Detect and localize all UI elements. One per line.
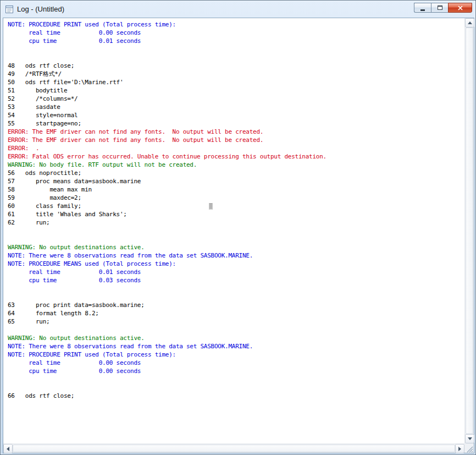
- window-controls: [414, 3, 472, 13]
- log-line: 53 sasdate: [8, 103, 464, 111]
- close-icon: [458, 6, 463, 10]
- vertical-scrollbar[interactable]: [464, 18, 474, 443]
- log-line: WARNING: No output destinations active.: [8, 243, 464, 251]
- log-window: Log - (Untitled) NOTE: PROCEDURE PRINT u…: [0, 0, 476, 455]
- log-line: ERROR: The EMF driver can not find any f…: [8, 136, 464, 144]
- text-caret: [209, 203, 213, 210]
- log-line: real time 0.00 seconds: [8, 359, 464, 367]
- log-line: 61 title 'Whales and Sharks';: [8, 210, 464, 218]
- scroll-up-button[interactable]: [465, 18, 474, 28]
- log-line: 58 mean max min: [8, 185, 464, 194]
- log-line: [8, 284, 464, 293]
- close-button[interactable]: [448, 3, 472, 13]
- titlebar[interactable]: Log - (Untitled): [1, 1, 475, 18]
- log-line: [8, 235, 464, 243]
- scrollbar-corner: [464, 443, 474, 453]
- log-line: WARNING: No output destinations active.: [8, 334, 464, 342]
- restore-button[interactable]: [431, 3, 448, 13]
- scroll-right-button[interactable]: [455, 444, 464, 453]
- log-line: WARNING: No body file. RTF output will n…: [8, 161, 464, 169]
- log-line: cpu time 0.03 seconds: [8, 276, 464, 284]
- log-line: 54 style=normal: [8, 111, 464, 119]
- log-line: [8, 53, 464, 62]
- log-line: [8, 227, 464, 235]
- log-line: real time 0.01 seconds: [8, 268, 464, 276]
- log-line: [8, 45, 464, 53]
- log-line: 57 proc means data=sasbook.marine: [8, 177, 464, 185]
- log-line: [8, 326, 464, 334]
- log-line: 66 ods rtf close;: [8, 392, 464, 400]
- log-line: 52 /*columns=*/: [8, 95, 464, 103]
- horizontal-scroll-thumb[interactable]: [13, 445, 455, 452]
- log-document-icon: [5, 5, 14, 14]
- minimize-icon: [420, 9, 425, 11]
- log-line: 49 /*RTF格式*/: [8, 70, 464, 78]
- log-line: 62 run;: [8, 218, 464, 227]
- log-line: [8, 383, 464, 392]
- log-line: ERROR: Fatal ODS error has occurred. Una…: [8, 152, 464, 161]
- log-line: cpu time 0.01 seconds: [8, 37, 464, 45]
- log-line: 64 format length 8.2;: [8, 309, 464, 317]
- log-line: 56 ods noproctitle;: [8, 169, 464, 177]
- log-lines: NOTE: PROCEDURE PRINT used (Total proces…: [3, 18, 464, 400]
- log-line: real time 0.00 seconds: [8, 29, 464, 37]
- horizontal-scrollbar[interactable]: [3, 443, 464, 453]
- window-title: Log - (Untitled): [17, 5, 64, 13]
- arrow-left-icon: [7, 447, 9, 451]
- log-line: 65 run;: [8, 317, 464, 326]
- log-line: 63 proc print data=sasbook.marine;: [8, 301, 464, 309]
- scroll-left-button[interactable]: [3, 444, 13, 453]
- log-line: ERROR: The EMF driver can not find any f…: [8, 128, 464, 136]
- log-line: 51 bodytitle: [8, 86, 464, 95]
- vertical-scroll-thumb[interactable]: [466, 28, 473, 434]
- log-line: [8, 293, 464, 301]
- log-line: NOTE: PROCEDURE MEANS used (Total proces…: [8, 260, 464, 268]
- log-line: 60 class family;: [8, 202, 464, 210]
- log-text-area[interactable]: NOTE: PROCEDURE PRINT used (Total proces…: [3, 18, 464, 443]
- log-line: NOTE: There were 8 observations read fro…: [8, 251, 464, 260]
- log-line: NOTE: There were 8 observations read fro…: [8, 342, 464, 350]
- log-line: 59 maxdec=2;: [8, 194, 464, 202]
- restore-icon: [438, 6, 442, 10]
- log-line: 50 ods rtf file='D:\Marine.rtf': [8, 78, 464, 86]
- scroll-down-button[interactable]: [465, 434, 474, 443]
- arrow-up-icon: [468, 21, 472, 24]
- log-line: cpu time 0.00 seconds: [8, 367, 464, 375]
- arrow-down-icon: [468, 437, 472, 440]
- log-line: 55 startpage=no;: [8, 119, 464, 128]
- resize-grip[interactable]: [466, 445, 473, 452]
- log-line: [8, 375, 464, 383]
- log-line: NOTE: PROCEDURE PRINT used (Total proces…: [8, 20, 464, 29]
- log-line: ERROR: .: [8, 144, 464, 152]
- arrow-right-icon: [458, 447, 461, 451]
- log-line: 48 ods rtf close;: [8, 62, 464, 70]
- log-line: NOTE: PROCEDURE PRINT used (Total proces…: [8, 350, 464, 359]
- log-client-area: NOTE: PROCEDURE PRINT used (Total proces…: [3, 18, 474, 453]
- minimize-button[interactable]: [414, 3, 431, 13]
